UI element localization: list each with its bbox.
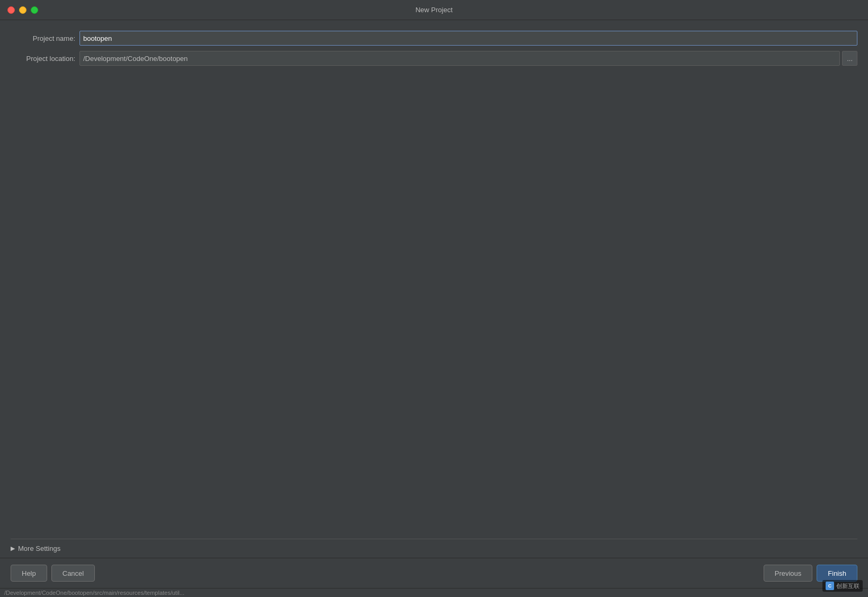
project-name-label: Project name: bbox=[11, 34, 79, 42]
help-button[interactable]: Help bbox=[11, 565, 47, 582]
previous-button[interactable]: Previous bbox=[764, 565, 813, 582]
finish-button[interactable]: Finish bbox=[817, 565, 857, 582]
more-settings-section[interactable]: ▶ More Settings bbox=[11, 539, 857, 558]
window-title: New Project bbox=[415, 6, 453, 14]
close-button[interactable] bbox=[7, 6, 15, 14]
window-controls bbox=[7, 6, 38, 14]
minimize-button[interactable] bbox=[19, 6, 26, 14]
watermark: C 创新互联 bbox=[822, 580, 863, 592]
status-bar-text: /Development/CodeOne/bootopen/src/main/r… bbox=[4, 590, 184, 596]
bottom-left-buttons: Help Cancel bbox=[11, 565, 95, 582]
more-settings-label: More Settings bbox=[18, 545, 60, 552]
more-settings-arrow-icon: ▶ bbox=[11, 545, 15, 552]
title-bar: New Project bbox=[0, 0, 868, 20]
project-location-row: Project location: ... bbox=[11, 51, 857, 66]
cancel-button[interactable]: Cancel bbox=[51, 565, 95, 582]
project-name-input[interactable] bbox=[79, 31, 857, 46]
watermark-icon: C bbox=[826, 582, 834, 590]
bottom-bar: Help Cancel Previous Finish bbox=[0, 558, 868, 588]
bottom-right-buttons: Previous Finish bbox=[764, 565, 857, 582]
dialog-content: Project name: Project location: ... ▶ Mo… bbox=[0, 20, 868, 558]
project-location-label: Project location: bbox=[11, 55, 79, 63]
maximize-button[interactable] bbox=[31, 6, 38, 14]
status-bar: /Development/CodeOne/bootopen/src/main/r… bbox=[0, 588, 868, 597]
browse-button[interactable]: ... bbox=[842, 51, 857, 66]
main-area bbox=[11, 71, 857, 539]
watermark-brand: 创新互联 bbox=[836, 582, 860, 590]
project-location-input[interactable] bbox=[79, 51, 840, 66]
project-name-row: Project name: bbox=[11, 31, 857, 46]
